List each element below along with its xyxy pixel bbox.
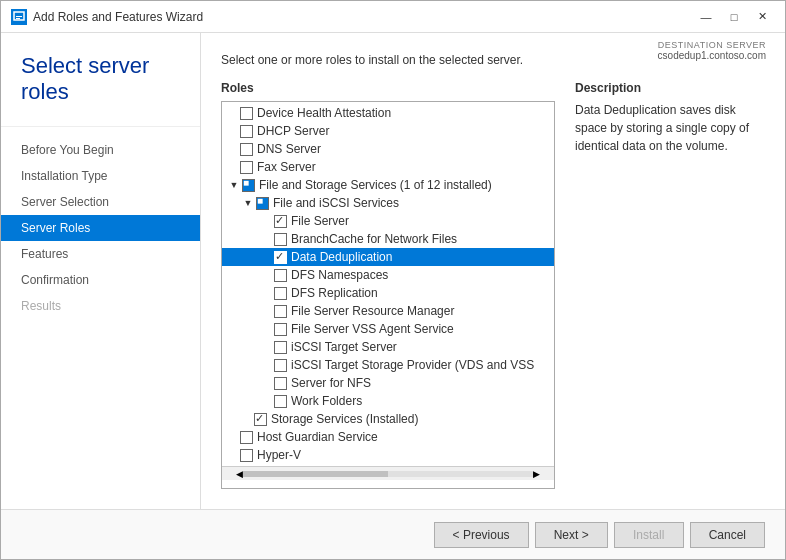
nav-items: Before You Begin Installation Type Serve…: [1, 137, 200, 319]
main-panel: DESTINATION SERVER csodedup1.contoso.com…: [201, 33, 785, 509]
role-label-storage-services: Storage Services (Installed): [271, 412, 418, 426]
checkbox-dns[interactable]: [240, 143, 253, 156]
nav-item-before-you-begin[interactable]: Before You Begin: [1, 137, 200, 163]
hscroll-right-btn[interactable]: ▶: [533, 469, 540, 479]
svg-rect-2: [16, 18, 20, 19]
nav-item-installation-type[interactable]: Installation Type: [1, 163, 200, 189]
role-item-fax[interactable]: Fax Server: [222, 158, 554, 176]
checkbox-device-health[interactable]: [240, 107, 253, 120]
role-label-dfs-replication: DFS Replication: [291, 286, 378, 300]
checkbox-dhcp[interactable]: [240, 125, 253, 138]
role-label-vss: File Server VSS Agent Service: [291, 322, 454, 336]
checkbox-dfs-namespaces[interactable]: [274, 269, 287, 282]
role-item-server-nfs[interactable]: Server for NFS: [222, 374, 554, 392]
close-button[interactable]: ✕: [749, 7, 775, 27]
wizard-icon: [11, 9, 27, 25]
checkbox-iscsi-server[interactable]: [274, 341, 287, 354]
roles-list: Device Health Attestation DHCP Server: [222, 102, 554, 466]
checkbox-file-storage[interactable]: [242, 179, 255, 192]
hscroll-thumb[interactable]: [243, 471, 388, 477]
title-bar: Add Roles and Features Wizard — □ ✕: [1, 1, 785, 33]
role-label-branchcache: BranchCache for Network Files: [291, 232, 457, 246]
role-item-iscsi-storage[interactable]: iSCSI Target Storage Provider (VDS and V…: [222, 356, 554, 374]
role-label-data-dedup: Data Deduplication: [291, 250, 392, 264]
checkbox-fsrm[interactable]: [274, 305, 287, 318]
hscroll-track: [243, 471, 533, 477]
window-title: Add Roles and Features Wizard: [33, 10, 203, 24]
server-name: csodedup1.contoso.com: [658, 50, 766, 61]
checkbox-host-guardian[interactable]: [240, 431, 253, 444]
role-item-iscsi-server[interactable]: iSCSI Target Server: [222, 338, 554, 356]
window-controls: — □ ✕: [693, 7, 775, 27]
nav-item-results: Results: [1, 293, 200, 319]
hscroll-left-btn[interactable]: ◀: [236, 469, 243, 479]
role-label-file-server: File Server: [291, 214, 349, 228]
role-item-device-health[interactable]: Device Health Attestation: [222, 104, 554, 122]
role-item-hyper-v[interactable]: Hyper-V: [222, 446, 554, 464]
role-label-file-storage: File and Storage Services (1 of 12 insta…: [259, 178, 492, 192]
role-label-iscsi-storage: iSCSI Target Storage Provider (VDS and V…: [291, 358, 534, 372]
role-label-iscsi-server: iSCSI Target Server: [291, 340, 397, 354]
wizard-window: Add Roles and Features Wizard — □ ✕ Sele…: [0, 0, 786, 560]
role-item-branchcache[interactable]: BranchCache for Network Files: [222, 230, 554, 248]
role-label-fsrm: File Server Resource Manager: [291, 304, 454, 318]
footer: < Previous Next > Install Cancel: [1, 509, 785, 559]
checkbox-vss[interactable]: [274, 323, 287, 336]
checkbox-data-dedup[interactable]: [274, 251, 287, 264]
next-button[interactable]: Next >: [535, 522, 608, 548]
role-item-work-folders[interactable]: Work Folders: [222, 392, 554, 410]
role-label-dns: DNS Server: [257, 142, 321, 156]
roles-description-row: Roles Device Health Attestation: [221, 81, 765, 489]
description-label: Description: [575, 81, 765, 95]
nav-item-confirmation[interactable]: Confirmation: [1, 267, 200, 293]
roles-list-container[interactable]: Device Health Attestation DHCP Server: [221, 101, 555, 489]
checkbox-branchcache[interactable]: [274, 233, 287, 246]
hscroll-bar[interactable]: ◀ ▶: [222, 466, 554, 480]
checkbox-iscsi-storage[interactable]: [274, 359, 287, 372]
maximize-button[interactable]: □: [721, 7, 747, 27]
install-button[interactable]: Install: [614, 522, 684, 548]
checkbox-file-iscsi[interactable]: [256, 197, 269, 210]
previous-button[interactable]: < Previous: [434, 522, 529, 548]
checkbox-dfs-replication[interactable]: [274, 287, 287, 300]
role-item-fsrm[interactable]: File Server Resource Manager: [222, 302, 554, 320]
nav-item-server-roles[interactable]: Server Roles: [1, 215, 200, 241]
role-label-hyper-v: Hyper-V: [257, 448, 301, 462]
page-title: Select server roles: [21, 53, 180, 106]
role-item-file-iscsi[interactable]: ▼ File and iSCSI Services: [222, 194, 554, 212]
role-item-vss[interactable]: File Server VSS Agent Service: [222, 320, 554, 338]
svg-rect-1: [16, 16, 22, 17]
left-panel: Select server roles Before You Begin Ins…: [1, 33, 201, 509]
description-text: Data Deduplication saves disk space by s…: [575, 101, 765, 155]
checkbox-fax[interactable]: [240, 161, 253, 174]
role-label-file-iscsi: File and iSCSI Services: [273, 196, 399, 210]
expand-icon-file-iscsi[interactable]: ▼: [242, 197, 254, 209]
role-item-dfs-replication[interactable]: DFS Replication: [222, 284, 554, 302]
minimize-button[interactable]: —: [693, 7, 719, 27]
role-label-work-folders: Work Folders: [291, 394, 362, 408]
role-item-dfs-namespaces[interactable]: DFS Namespaces: [222, 266, 554, 284]
content-area: Select server roles Before You Begin Ins…: [1, 33, 785, 509]
server-label: DESTINATION SERVER: [658, 40, 766, 50]
role-label-host-guardian: Host Guardian Service: [257, 430, 378, 444]
role-item-file-storage[interactable]: ▼ File and Storage Services (1 of 12 ins…: [222, 176, 554, 194]
page-title-section: Select server roles: [1, 53, 200, 127]
checkbox-server-nfs[interactable]: [274, 377, 287, 390]
role-item-dhcp[interactable]: DHCP Server: [222, 122, 554, 140]
role-label-device-health: Device Health Attestation: [257, 106, 391, 120]
cancel-button[interactable]: Cancel: [690, 522, 765, 548]
role-item-file-server[interactable]: File Server: [222, 212, 554, 230]
role-label-server-nfs: Server for NFS: [291, 376, 371, 390]
role-label-dhcp: DHCP Server: [257, 124, 329, 138]
role-item-storage-services[interactable]: Storage Services (Installed): [222, 410, 554, 428]
checkbox-file-server[interactable]: [274, 215, 287, 228]
checkbox-hyper-v[interactable]: [240, 449, 253, 462]
role-item-dns[interactable]: DNS Server: [222, 140, 554, 158]
expand-icon-file-storage[interactable]: ▼: [228, 179, 240, 191]
role-item-data-dedup[interactable]: Data Deduplication: [222, 248, 554, 266]
nav-item-server-selection[interactable]: Server Selection: [1, 189, 200, 215]
checkbox-storage-services[interactable]: [254, 413, 267, 426]
checkbox-work-folders[interactable]: [274, 395, 287, 408]
role-item-host-guardian[interactable]: Host Guardian Service: [222, 428, 554, 446]
nav-item-features[interactable]: Features: [1, 241, 200, 267]
